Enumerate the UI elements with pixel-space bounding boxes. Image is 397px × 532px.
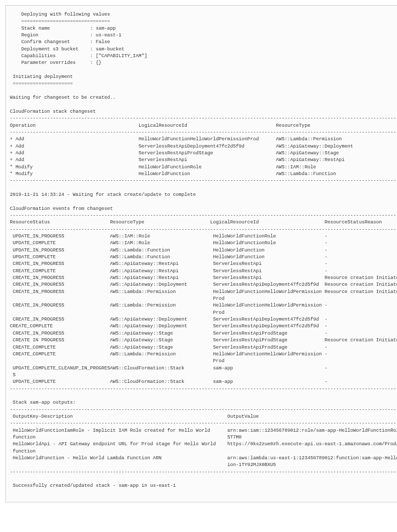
terminal-text: Deploying with following values ========… bbox=[10, 11, 394, 489]
terminal-output: Deploying with following values ========… bbox=[5, 5, 397, 502]
